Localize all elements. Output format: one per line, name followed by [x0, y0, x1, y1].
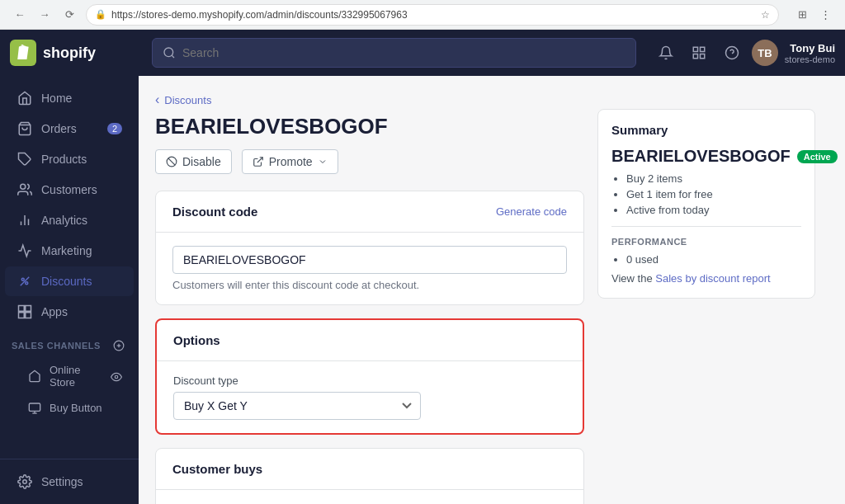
sidebar-item-label: Marketing — [41, 244, 92, 257]
search-bar[interactable] — [152, 38, 636, 68]
avatar[interactable]: TB — [752, 40, 778, 66]
svg-rect-17 — [26, 306, 31, 312]
logo-text: shopify — [43, 45, 96, 62]
sidebar-item-orders[interactable]: Orders 2 — [5, 114, 134, 144]
svg-rect-18 — [19, 313, 25, 318]
discount-code-hint: Customers will enter this discount code … — [172, 279, 567, 291]
sidebar-item-home[interactable]: Home — [5, 83, 134, 113]
user-info: Tony Bui stores-demo — [785, 42, 835, 64]
search-icon — [163, 46, 176, 59]
customer-buys-header: Customer buys — [156, 449, 583, 490]
summary-item-2: Get 1 item for free — [626, 188, 801, 200]
sidebar-item-buy-button[interactable]: Buy Button — [5, 395, 134, 421]
discount-type-select[interactable]: Buy X Get Y Percentage Fixed Amount Free… — [173, 392, 421, 420]
performance-list: 0 used — [611, 253, 801, 266]
user-name: Tony Bui — [785, 42, 835, 54]
disable-label: Disable — [182, 155, 221, 168]
url-text: https://stores-demo.myshopify.com/admin/… — [111, 9, 408, 21]
search-input[interactable] — [182, 46, 625, 59]
sidebar-bottom: Settings — [0, 459, 139, 504]
sidebar-item-marketing[interactable]: Marketing — [5, 236, 134, 266]
customer-buys-title: Customer buys — [172, 462, 262, 476]
help-icon[interactable] — [719, 40, 745, 66]
sidebar-item-apps[interactable]: Apps — [5, 297, 134, 327]
apps-icon[interactable] — [686, 40, 712, 66]
sidebar-item-discounts[interactable]: Discounts — [5, 266, 134, 296]
options-body: Discount type Buy X Get Y Percentage Fix… — [157, 361, 583, 433]
svg-rect-24 — [29, 403, 40, 411]
performance-label: PERFORMANCE — [611, 226, 801, 247]
add-sales-channel-button[interactable] — [111, 337, 127, 354]
refresh-button[interactable]: ⟳ — [59, 5, 79, 25]
customer-buys-body: Quantity Any items from Specific collect… — [156, 490, 583, 504]
svg-point-23 — [115, 375, 118, 379]
notifications-icon[interactable] — [653, 40, 679, 66]
sidebar-item-analytics[interactable]: Analytics — [5, 205, 134, 235]
disable-icon — [166, 156, 177, 167]
svg-rect-19 — [26, 313, 31, 318]
discount-type-label: Discount type — [173, 374, 566, 387]
browser-chrome: ← → ⟳ 🔒 https://stores-demo.myshopify.co… — [0, 0, 845, 30]
discount-code-body: Customers will enter this discount code … — [156, 233, 583, 304]
sales-report-link[interactable]: Sales by discount report — [655, 272, 770, 285]
svg-line-30 — [257, 158, 262, 163]
svg-rect-2 — [700, 47, 704, 51]
svg-point-27 — [23, 480, 27, 484]
home-icon — [17, 90, 33, 106]
breadcrumb[interactable]: ‹ Discounts — [155, 92, 584, 107]
shopify-logo-icon — [10, 40, 36, 66]
discount-code-card: Discount code Generate code Customers wi… — [155, 191, 584, 305]
customers-icon — [17, 181, 33, 198]
disable-button[interactable]: Disable — [155, 149, 232, 174]
summary-item-3: Active from today — [626, 204, 801, 216]
logo[interactable]: shopify — [10, 40, 142, 66]
svg-line-29 — [168, 158, 175, 165]
discounts-icon — [17, 273, 33, 290]
status-badge: Active — [797, 150, 838, 163]
online-store-icon — [28, 370, 41, 384]
apps-nav-icon — [17, 304, 33, 320]
extensions-icon[interactable]: ⊞ — [792, 5, 812, 25]
svg-point-14 — [26, 282, 28, 285]
lock-icon: 🔒 — [95, 9, 106, 20]
promote-icon — [253, 156, 264, 167]
right-panel: Summary BEARIELOVESBOGOF Active Buy 2 it… — [597, 92, 828, 315]
content-area: ‹ Discounts BEARIELOVESBOGOF Disable Pro… — [139, 76, 845, 504]
page-title: BEARIELOVESBOGOF — [155, 114, 584, 139]
buy-button-icon — [28, 401, 41, 415]
eye-icon[interactable] — [111, 370, 122, 383]
back-button[interactable]: ← — [10, 5, 30, 25]
menu-icon[interactable]: ⋮ — [815, 5, 835, 25]
svg-rect-4 — [700, 54, 704, 59]
sidebar-item-label: Home — [41, 92, 72, 105]
sidebar-item-online-store[interactable]: Online Store — [5, 358, 134, 394]
summary-code-text: BEARIELOVESBOGOF — [611, 147, 791, 166]
sidebar-item-label: Products — [41, 153, 87, 166]
topbar: shopify TB Tony Bui stores-demo — [0, 30, 845, 76]
orders-badge: 2 — [107, 123, 122, 134]
analytics-icon — [17, 212, 33, 228]
options-header: Options — [157, 320, 583, 361]
svg-rect-16 — [19, 306, 25, 312]
products-icon — [17, 151, 33, 167]
breadcrumb-text: Discounts — [164, 94, 211, 106]
promote-label: Promote — [269, 155, 313, 168]
generate-code-link[interactable]: Generate code — [496, 205, 567, 218]
sidebar-item-label: Discounts — [41, 275, 92, 288]
sidebar-item-products[interactable]: Products — [5, 144, 134, 174]
topbar-right: TB Tony Bui stores-demo — [653, 40, 835, 66]
svg-point-13 — [21, 278, 24, 280]
summary-title: Summary — [611, 123, 801, 137]
sidebar-item-label: Customers — [41, 183, 97, 196]
url-bar[interactable]: 🔒 https://stores-demo.myshopify.com/admi… — [86, 4, 779, 26]
forward-button[interactable]: → — [35, 5, 54, 25]
svg-point-0 — [164, 48, 173, 57]
sales-channels-label: SALES CHANNELS — [0, 327, 139, 357]
promote-button[interactable]: Promote — [242, 149, 338, 174]
chevron-down-icon — [318, 157, 328, 167]
sidebar-item-customers[interactable]: Customers — [5, 175, 134, 205]
svg-rect-3 — [693, 54, 697, 59]
sidebar-item-settings[interactable]: Settings — [5, 467, 134, 497]
star-icon[interactable]: ☆ — [761, 9, 770, 21]
discount-code-input[interactable] — [172, 246, 567, 274]
